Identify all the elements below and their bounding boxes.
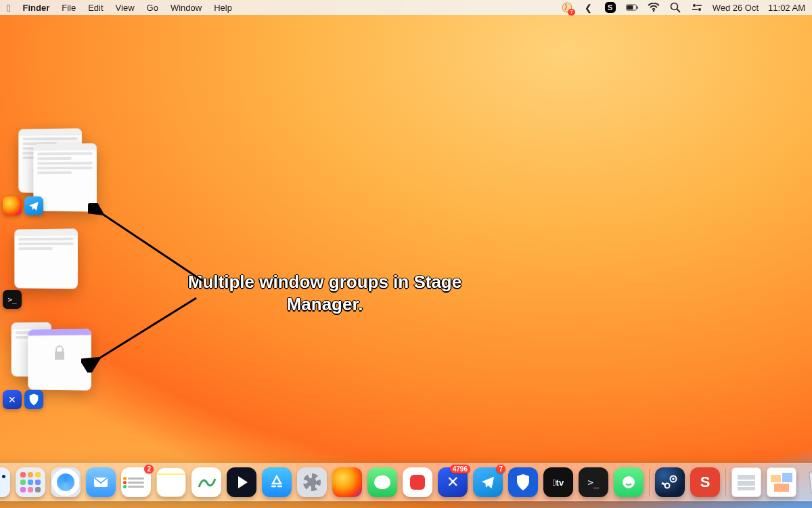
menu-view[interactable]: View: [116, 3, 135, 13]
apple-menu-icon[interactable]: : [7, 2, 10, 14]
dock-appletv[interactable]: tv: [543, 467, 573, 497]
dock-system-settings[interactable]: [297, 467, 327, 497]
dock-bitwarden[interactable]: [508, 467, 538, 497]
status-todoist-icon[interactable]: 7: [561, 1, 573, 14]
svg-rect-19: [738, 475, 755, 480]
dock-separator-2: [725, 469, 726, 496]
svg-point-10: [698, 8, 701, 11]
svg-rect-23: [782, 473, 792, 482]
dock: 2 ✕4796 7 tv >_ S: [0, 463, 812, 501]
dock-notes[interactable]: [156, 467, 186, 497]
dock-right: [731, 467, 812, 497]
dock-apps: 2 ✕4796 7 tv >_: [0, 467, 644, 497]
dock-iina[interactable]: [227, 467, 256, 497]
stage-group-3[interactable]: ✕: [5, 322, 107, 404]
dock-recent-1[interactable]: [731, 467, 761, 497]
status-time[interactable]: 11:02 AM: [768, 3, 805, 13]
dock-vivaldi[interactable]: [403, 467, 432, 497]
bitwarden-icon: [24, 390, 43, 409]
telegram-icon: [24, 196, 43, 215]
status-date[interactable]: Wed 26 Oct: [713, 3, 759, 13]
dock-freeform[interactable]: [191, 467, 221, 497]
dock-todoist[interactable]: S: [690, 467, 720, 497]
status-wifi-icon[interactable]: [648, 1, 660, 14]
menu-window[interactable]: Window: [171, 3, 202, 13]
menu-file[interactable]: File: [62, 3, 76, 13]
tool-icon: ✕: [3, 390, 22, 409]
menu-go[interactable]: Go: [147, 3, 158, 13]
status-skype-icon[interactable]: S: [604, 1, 616, 14]
svg-point-4: [652, 10, 654, 12]
svg-point-7: [693, 4, 696, 7]
status-back-icon[interactable]: ❮: [583, 1, 595, 14]
dock-telegram[interactable]: 7: [473, 467, 503, 497]
svg-rect-22: [771, 475, 781, 482]
status-control-center-icon[interactable]: [691, 1, 703, 14]
svg-rect-24: [774, 484, 789, 492]
dock-safari[interactable]: [51, 467, 81, 497]
dock-steam[interactable]: [655, 467, 685, 497]
terminal-icon: >_: [3, 290, 22, 309]
desktop:  Finder File Edit View Go Window Help 7…: [0, 0, 812, 508]
dock-appstore[interactable]: [262, 467, 292, 497]
app-name[interactable]: Finder: [22, 3, 49, 13]
dock-messages[interactable]: [367, 467, 397, 497]
svg-line-6: [677, 9, 680, 13]
dock-finder[interactable]: [0, 467, 10, 497]
svg-point-5: [671, 3, 677, 10]
dock-terminal[interactable]: >_: [579, 467, 608, 497]
menubar:  Finder File Edit View Go Window Help 7…: [0, 0, 812, 15]
stage-group-2[interactable]: >_: [5, 229, 107, 303]
svg-line-12: [98, 298, 196, 359]
dock-trash[interactable]: [802, 467, 812, 497]
dock-launchpad[interactable]: [16, 467, 45, 497]
svg-point-14: [623, 476, 635, 488]
svg-rect-3: [627, 5, 633, 9]
status-battery-icon[interactable]: [626, 1, 638, 14]
stage-manager-strip: >_ ✕: [5, 129, 107, 404]
svg-rect-2: [637, 6, 638, 9]
svg-point-16: [672, 478, 675, 480]
stage-group-1[interactable]: [5, 129, 107, 210]
dock-separator-1: [649, 469, 650, 496]
dock-firefox[interactable]: [332, 467, 362, 497]
svg-rect-20: [738, 481, 755, 486]
annotation-caption: Multiple window groups in Stage Manager.: [183, 271, 467, 315]
dock-reminders[interactable]: 2: [121, 467, 151, 497]
dock-recent-2[interactable]: [767, 467, 796, 497]
svg-rect-21: [738, 487, 755, 490]
status-spotlight-icon[interactable]: [669, 1, 681, 14]
svg-line-18: [662, 483, 666, 485]
dock-apps-2: S: [655, 467, 720, 497]
firefox-icon: [3, 196, 22, 215]
menu-edit[interactable]: Edit: [88, 3, 103, 13]
dock-tool[interactable]: ✕4796: [438, 467, 468, 497]
dock-mail[interactable]: [86, 467, 116, 497]
menu-help[interactable]: Help: [214, 3, 232, 13]
dock-whatsapp[interactable]: [614, 467, 644, 497]
